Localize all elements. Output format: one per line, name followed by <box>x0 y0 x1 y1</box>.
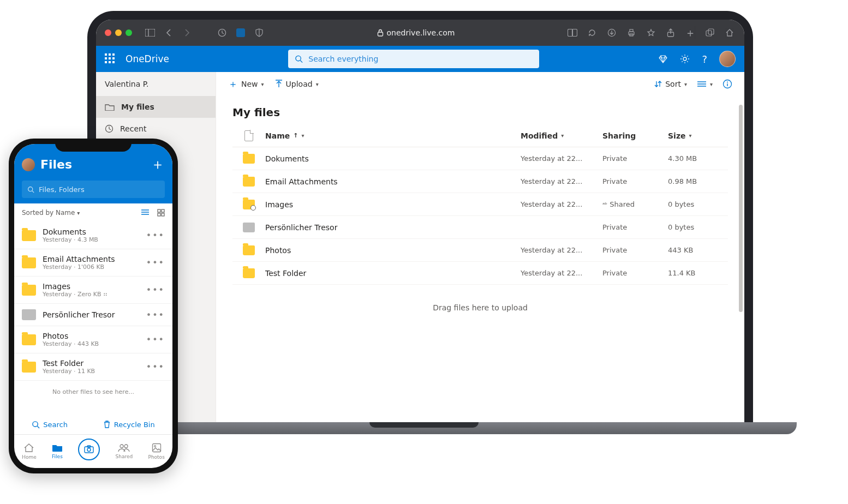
history-icon[interactable] <box>216 27 228 39</box>
upload-icon <box>275 80 283 88</box>
clock-icon <box>105 124 114 133</box>
svg-rect-3 <box>378 32 383 36</box>
sort-label[interactable]: Sorted by Name ▾ <box>22 209 80 217</box>
more-icon[interactable]: ••• <box>146 257 165 268</box>
app-launcher-icon[interactable] <box>105 53 116 64</box>
phone-avatar[interactable] <box>22 158 35 171</box>
svg-rect-11 <box>706 31 712 36</box>
svg-line-21 <box>32 190 34 192</box>
table-row[interactable]: Persönlicher Tresor Private 0 bytes <box>232 216 728 239</box>
laptop-frame: onedrive.live.com <box>87 11 753 425</box>
list-item[interactable]: ImagesYesterday · Zero KB ⠶ ••• <box>14 277 172 304</box>
search-input[interactable] <box>308 55 533 63</box>
svg-point-31 <box>120 445 123 448</box>
svg-point-32 <box>124 445 128 448</box>
downloads-icon[interactable] <box>606 27 618 39</box>
page-title: My files <box>216 96 744 124</box>
address-bar[interactable]: onedrive.live.com <box>377 28 455 37</box>
forward-icon[interactable] <box>181 27 193 39</box>
bookmark-icon[interactable] <box>645 27 657 39</box>
print-icon[interactable] <box>625 27 637 39</box>
view-options-button[interactable]: ▾ <box>697 81 713 87</box>
table-row[interactable]: Email Attachments Yesterday at 22... Pri… <box>232 170 728 193</box>
folder-icon <box>22 334 36 345</box>
tab-photos[interactable]: Photos <box>148 443 164 460</box>
lock-icon <box>377 29 384 37</box>
reload-icon[interactable] <box>586 27 598 39</box>
new-button[interactable]: ＋ New ▾ <box>228 77 264 91</box>
svg-rect-25 <box>162 213 164 216</box>
search-action[interactable]: Search <box>32 420 68 429</box>
file-type-column-icon[interactable] <box>244 130 253 141</box>
search-box[interactable] <box>288 50 539 68</box>
svg-rect-24 <box>158 213 160 216</box>
home-icon[interactable] <box>724 27 736 39</box>
tabs-icon[interactable] <box>704 27 716 39</box>
more-icon[interactable]: ••• <box>146 310 165 320</box>
sidebar-item-my-files[interactable]: My files <box>96 96 216 118</box>
more-icon[interactable]: ••• <box>146 230 165 241</box>
svg-rect-12 <box>708 29 714 34</box>
upload-button[interactable]: Upload ▾ <box>275 80 319 88</box>
vault-icon <box>243 223 255 232</box>
sort-icon <box>654 80 662 88</box>
tab-files[interactable]: Files <box>52 443 63 459</box>
folder-icon <box>52 443 63 452</box>
premium-icon[interactable] <box>658 55 668 63</box>
list-item[interactable]: Persönlicher Tresor ••• <box>14 304 172 326</box>
tab-shared[interactable]: Shared <box>116 443 133 459</box>
table-row[interactable]: Photos Yesterday at 22... Private 443 KB <box>232 239 728 262</box>
grid-view-icon[interactable] <box>157 209 165 217</box>
scrollbar[interactable] <box>739 105 743 312</box>
app-name[interactable]: OneDrive <box>126 53 169 64</box>
sidebar-item-label: Recent <box>120 124 146 133</box>
files-table: Name↑▾ Modified▾ Sharing Size▾ Dokuments… <box>216 124 744 331</box>
help-icon[interactable]: ? <box>702 53 707 65</box>
list-item[interactable]: Email AttachmentsYesterday · 1'006 KB ••… <box>14 249 172 277</box>
sidebar-item-recent[interactable]: Recent <box>96 118 216 140</box>
share-icon[interactable] <box>665 27 677 39</box>
sidebar-toggle-icon[interactable] <box>144 27 156 39</box>
svg-point-20 <box>28 187 33 191</box>
folder-icon <box>22 230 36 241</box>
column-modified[interactable]: Modified▾ <box>521 131 602 140</box>
table-header: Name↑▾ Modified▾ Sharing Size▾ <box>232 124 728 147</box>
info-icon[interactable] <box>722 79 732 89</box>
site-badge-icon[interactable] <box>235 27 247 39</box>
list-view-icon[interactable] <box>141 209 150 217</box>
column-name[interactable]: Name↑▾ <box>265 131 521 140</box>
back-icon[interactable] <box>163 27 175 39</box>
user-avatar[interactable] <box>719 51 736 67</box>
table-row[interactable]: Test Folder Yesterday at 22... Private 1… <box>232 262 728 285</box>
minimize-window-icon[interactable] <box>115 29 122 36</box>
new-tab-icon[interactable]: ＋ <box>684 27 696 39</box>
phone-screen: Files ＋ Files, Folders Sorted by Name ▾ <box>14 144 172 468</box>
recycle-action[interactable]: Recycle Bin <box>103 420 155 429</box>
camera-icon <box>84 445 94 453</box>
vault-icon <box>22 309 36 320</box>
camera-button[interactable] <box>78 439 100 460</box>
more-icon[interactable]: ••• <box>146 362 165 372</box>
column-size[interactable]: Size▾ <box>668 131 728 140</box>
table-row[interactable]: Images Yesterday at 22... ᵃᵇ Shared 0 by… <box>232 193 728 216</box>
home-icon <box>23 443 34 453</box>
list-item[interactable]: PhotosYesterday · 443 KB ••• <box>14 326 172 353</box>
more-icon[interactable]: ••• <box>146 285 165 295</box>
list-item[interactable]: Test FolderYesterday · 11 KB ••• <box>14 353 172 381</box>
maximize-window-icon[interactable] <box>126 29 132 36</box>
shield-icon[interactable] <box>253 27 265 39</box>
column-sharing[interactable]: Sharing <box>602 131 668 140</box>
settings-icon[interactable] <box>680 54 690 64</box>
window-controls[interactable] <box>105 29 132 36</box>
add-button[interactable]: ＋ <box>151 155 165 174</box>
list-item[interactable]: DokumentsYesterday · 4.3 MB ••• <box>14 222 172 249</box>
phone-search[interactable]: Files, Folders <box>22 181 165 198</box>
table-row[interactable]: Dokuments Yesterday at 22... Private 4.3… <box>232 147 728 170</box>
more-icon[interactable]: ••• <box>146 334 165 345</box>
translate-icon[interactable] <box>566 27 578 39</box>
main-panel: ＋ New ▾ Upload ▾ <box>216 72 744 425</box>
folder-icon <box>22 257 36 268</box>
tab-home[interactable]: Home <box>22 443 37 460</box>
sort-button[interactable]: Sort ▾ <box>654 80 687 88</box>
close-window-icon[interactable] <box>105 29 111 36</box>
